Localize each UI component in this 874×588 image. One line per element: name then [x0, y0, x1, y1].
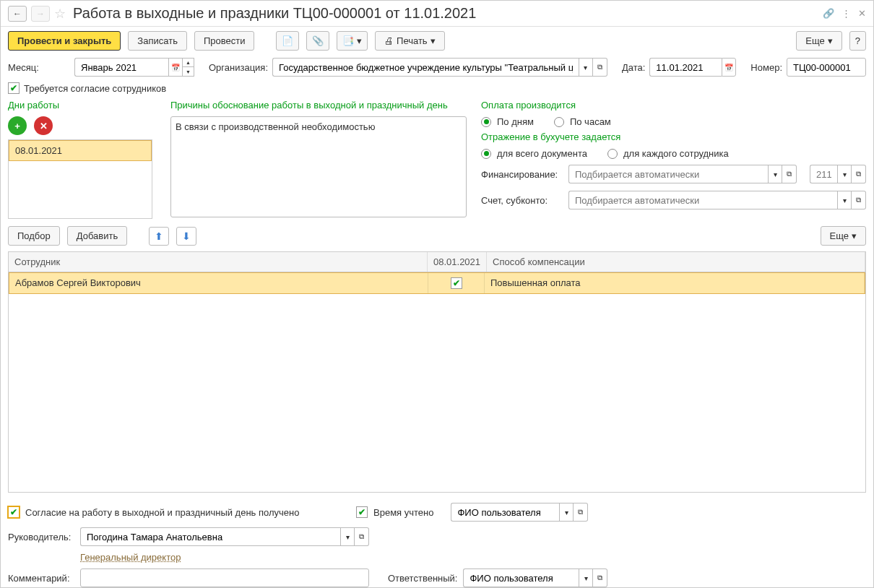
document-actions-button[interactable]: 📑 ▾: [337, 31, 368, 51]
employees-more-label: Еще: [830, 230, 849, 241]
date-calendar-icon[interactable]: 📅: [722, 58, 736, 77]
reason-textarea[interactable]: В связи с производственной необходимость…: [170, 116, 467, 217]
accounting-each-radio[interactable]: [607, 149, 618, 159]
post-and-close-button[interactable]: Провести и закрыть: [8, 31, 121, 51]
manager-position-link[interactable]: Генеральный директор: [80, 552, 181, 563]
more-button-label: Еще: [805, 35, 824, 46]
employees-table: Сотрудник 08.01.2021 Способ компенсации …: [8, 251, 866, 493]
consent-required-checkbox[interactable]: [8, 82, 20, 94]
col-compensation[interactable]: Способ компенсации: [487, 252, 865, 272]
comment-label: Комментарий:: [8, 573, 74, 584]
financing-open-button[interactable]: ⧉: [782, 165, 797, 183]
save-button[interactable]: Записать: [128, 31, 187, 51]
manager-input[interactable]: [80, 527, 340, 546]
post-button[interactable]: Провести: [194, 31, 255, 51]
payment-by-hours-label: По часам: [570, 116, 611, 127]
time-accounted-checkbox[interactable]: [356, 506, 368, 518]
number-input[interactable]: [787, 58, 866, 77]
table-body-empty: [9, 294, 865, 492]
cell-date-checkbox[interactable]: [428, 273, 485, 293]
employees-add-button[interactable]: Добавить: [67, 226, 127, 246]
responsible-dropdown-button[interactable]: ▾: [579, 568, 593, 587]
more-button[interactable]: Еще ▾: [796, 31, 841, 51]
nav-forward-button[interactable]: →: [31, 6, 50, 22]
reason-header: Причины обоснование работы в выходной и …: [170, 100, 467, 112]
window-title: Работа в выходные и праздники ТЦ00-00000…: [73, 5, 818, 22]
workday-item[interactable]: 08.01.2021: [9, 140, 152, 161]
accounting-doc-radio[interactable]: [481, 149, 491, 159]
month-down-button[interactable]: ▼: [183, 67, 194, 77]
responsible-input[interactable]: [463, 568, 579, 587]
org-open-button[interactable]: ⧉: [593, 58, 607, 77]
move-down-button[interactable]: ⬇: [176, 227, 196, 246]
kosgu-input[interactable]: [810, 165, 837, 183]
kebab-menu-icon[interactable]: ⋮: [841, 8, 851, 19]
consent-received-checkbox[interactable]: [8, 506, 20, 518]
account-open-button[interactable]: ⧉: [852, 191, 866, 209]
col-date[interactable]: 08.01.2021: [428, 252, 487, 272]
payment-by-days-label: По дням: [497, 116, 534, 127]
close-icon[interactable]: ✕: [858, 8, 866, 19]
payment-by-days-radio[interactable]: [481, 117, 491, 127]
table-row[interactable]: Абрамов Сергей Викторович Повышенная опл…: [9, 272, 865, 294]
calendar-icon[interactable]: 📅: [168, 58, 183, 77]
manager-open-button[interactable]: ⧉: [355, 527, 369, 546]
comment-input[interactable]: [80, 568, 369, 587]
cell-employee[interactable]: Абрамов Сергей Викторович: [9, 273, 428, 293]
time-user-input[interactable]: [451, 503, 559, 522]
link-icon[interactable]: 🔗: [823, 8, 834, 19]
accounting-doc-label: для всего документа: [497, 148, 587, 159]
employees-more-button[interactable]: Еще ▾: [821, 226, 866, 246]
financing-label: Финансирование:: [481, 169, 564, 180]
account-input[interactable]: [568, 191, 837, 209]
delete-day-button[interactable]: ✕: [34, 116, 53, 135]
move-up-button[interactable]: ⬆: [149, 227, 169, 246]
payment-by-hours-radio[interactable]: [554, 117, 564, 127]
date-input[interactable]: [649, 58, 722, 77]
number-label: Номер:: [750, 62, 782, 73]
reason-text: В связи с производственной необходимость…: [176, 121, 375, 132]
add-day-button[interactable]: +: [8, 116, 27, 135]
manager-label: Руководитель:: [8, 532, 74, 542]
accounting-each-label: для каждого сотрудника: [623, 148, 729, 159]
star-icon[interactable]: ☆: [54, 6, 66, 22]
month-label: Месяц:: [8, 62, 70, 73]
consent-received-label: Согласие на работу в выходной и празднич…: [25, 507, 350, 518]
row-date-checkbox[interactable]: [451, 277, 462, 289]
accounting-header: Отражение в бухучете задается: [481, 131, 866, 144]
kosgu-dropdown-button[interactable]: ▾: [837, 165, 852, 183]
help-button[interactable]: ?: [849, 31, 866, 51]
workdays-header: Дни работы: [8, 100, 156, 112]
time-accounted-label: Время учтено: [373, 507, 433, 518]
financing-input[interactable]: [568, 165, 768, 183]
print-button[interactable]: 🖨 Печать ▾: [375, 31, 445, 51]
workdays-list[interactable]: 08.01.2021: [8, 139, 152, 219]
time-user-dropdown-button[interactable]: ▾: [559, 503, 574, 522]
consent-required-label: Требуется согласие сотрудников: [24, 83, 166, 94]
attachment-icon-button[interactable]: 📎: [306, 31, 329, 51]
date-label: Дата:: [622, 62, 645, 73]
report-icon-button[interactable]: 📄: [276, 31, 299, 51]
org-label: Организация:: [209, 62, 268, 73]
financing-dropdown-button[interactable]: ▾: [768, 165, 782, 183]
responsible-open-button[interactable]: ⧉: [593, 568, 607, 587]
org-dropdown-button[interactable]: ▾: [579, 58, 593, 77]
col-employee[interactable]: Сотрудник: [9, 252, 428, 272]
account-dropdown-button[interactable]: ▾: [837, 191, 852, 209]
manager-dropdown-button[interactable]: ▾: [340, 527, 355, 546]
account-label: Счет, субконто:: [481, 195, 564, 206]
month-input[interactable]: [74, 58, 168, 77]
employees-select-button[interactable]: Подбор: [8, 226, 60, 246]
nav-back-button[interactable]: ←: [8, 6, 27, 22]
payment-header: Оплата производится: [481, 100, 866, 112]
responsible-label: Ответственный:: [388, 573, 457, 584]
kosgu-open-button[interactable]: ⧉: [852, 165, 866, 183]
org-input[interactable]: [272, 58, 579, 77]
time-user-open-button[interactable]: ⧉: [574, 503, 588, 522]
cell-compensation[interactable]: Повышенная оплата: [485, 273, 865, 293]
print-button-label: Печать: [397, 35, 428, 46]
month-up-button[interactable]: ▲: [183, 58, 194, 67]
